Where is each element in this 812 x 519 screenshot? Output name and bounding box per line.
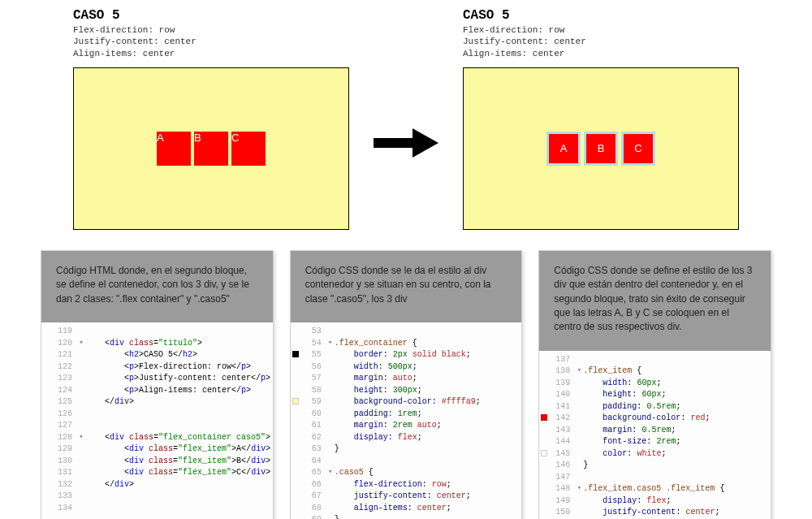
fold-icon[interactable]: ▾ (77, 432, 85, 444)
fold-icon (575, 472, 583, 484)
fold-icon (575, 460, 583, 472)
code-line: 134 (41, 503, 273, 515)
code-line: 60 padding: 1rem; (291, 409, 522, 421)
code-line: 124 <p>Align-items: center</p> (41, 385, 273, 397)
code-body-css2: 137 138▾.flex_item {139 width: 60px;140 … (539, 351, 771, 519)
code-panel-html: Código HTML donde, en el segundo bloque,… (41, 250, 274, 519)
code-line: 119 (41, 326, 273, 338)
caso-line: Flex-direction: row (73, 24, 349, 36)
fold-icon (77, 491, 85, 503)
arrow-icon (374, 78, 438, 159)
fold-icon[interactable]: ▾ (575, 483, 583, 495)
code-line: 147 (539, 472, 771, 484)
caso-title: CASO 5 (463, 8, 739, 23)
flex-item: A (546, 132, 581, 166)
code-line: 145 color: white; (539, 448, 771, 461)
flex-item: A (157, 132, 191, 166)
fold-icon[interactable]: ▾ (575, 365, 583, 378)
code-line: 68 align-items: center; (291, 503, 522, 515)
fold-icon (326, 503, 335, 515)
code-line: 143 margin: 0.5rem; (539, 425, 771, 437)
code-line: 125 </div> (41, 396, 273, 409)
fold-icon (326, 420, 335, 432)
fold-icon (575, 354, 583, 366)
fold-icon (77, 385, 85, 397)
caso-title: CASO 5 (73, 8, 349, 23)
code-line: 149 display: flex; (539, 495, 771, 508)
caso-line: Flex-direction: row (463, 24, 739, 36)
fold-icon[interactable]: ▾ (77, 338, 85, 350)
code-line: 142 background-color: red; (539, 413, 771, 425)
code-line: 131 <div class="flex_item">C</div> (41, 467, 273, 479)
code-body-css1: 53 54▾.flex_container {55 border: 2px so… (291, 322, 522, 519)
caso-line: Justify-content: center (73, 36, 349, 47)
example-left: CASO 5 Flex-direction: row Justify-conte… (73, 8, 349, 230)
code-line: 67 justify-content: center; (291, 491, 522, 503)
gutter-marker-icon (292, 398, 299, 404)
fold-icon[interactable]: ▾ (326, 467, 335, 479)
code-line: 150 justify-content: center; (539, 507, 771, 519)
code-line: 120▾ <div class="titulo"> (41, 338, 273, 350)
panel-description: Código CSS donde se define el estilo de … (539, 251, 771, 351)
fold-icon (77, 349, 85, 361)
example-right: CASO 5 Flex-direction: row Justify-conte… (463, 8, 739, 230)
fold-icon (77, 420, 85, 432)
fold-icon (326, 432, 335, 444)
caso-line: Align-items: center (463, 48, 739, 59)
code-line: 55 border: 2px solid black; (291, 349, 522, 361)
code-line: 141 padding: 0.5rem; (539, 401, 771, 413)
code-line: 69 } (291, 514, 522, 519)
fold-icon (326, 491, 335, 503)
code-panel-css-container: Código CSS donde se le da el estilo al d… (290, 250, 523, 519)
caso-line: Align-items: center (73, 48, 349, 59)
flex-item: C (231, 132, 266, 166)
code-line: 121 <h2>CASO 5</h2> (41, 349, 273, 361)
code-line: 64 (291, 456, 522, 468)
fold-icon[interactable]: ▾ (326, 338, 335, 350)
code-line: 123 <p>Justify-content: center</p> (41, 373, 273, 385)
fold-icon (77, 409, 85, 421)
code-line: 138▾.flex_item { (539, 365, 771, 378)
fold-icon (326, 456, 335, 468)
flex-item: C (621, 132, 655, 166)
gutter-marker-icon (292, 351, 299, 357)
code-line: 139 width: 60px; (539, 378, 771, 390)
code-line: 62 display: flex; (291, 432, 522, 444)
code-line: 137 (539, 354, 771, 366)
fold-icon (326, 349, 335, 361)
gutter-marker-icon (541, 450, 547, 456)
fold-icon (77, 326, 85, 338)
flex-item: B (584, 132, 618, 166)
fold-icon (77, 361, 85, 374)
titulo-right: CASO 5 Flex-direction: row Justify-conte… (463, 8, 739, 59)
fold-icon (575, 425, 583, 437)
caso-line: Justify-content: center (463, 36, 739, 47)
code-line: 58 height: 300px; (291, 385, 522, 397)
fold-icon (326, 409, 335, 421)
code-line: 130 <div class="flex_item">B</div> (41, 456, 273, 468)
fold-icon (575, 389, 583, 401)
code-line: 61 margin: 2rem auto; (291, 420, 522, 432)
fold-icon (77, 443, 85, 456)
code-panels-row: Código HTML donde, en el segundo bloque,… (8, 250, 804, 519)
panel-description: Código CSS donde se le da el estilo al d… (291, 251, 522, 322)
fold-icon (575, 507, 583, 519)
fold-icon (326, 385, 335, 397)
fold-icon (326, 361, 335, 374)
code-line: 129 <div class="flex_item">A</div> (41, 443, 273, 456)
flex-container-left: A B C (73, 67, 349, 230)
fold-icon (326, 479, 335, 491)
titulo-left: CASO 5 Flex-direction: row Justify-conte… (73, 8, 349, 59)
code-line: 148▾.flex_item.caso5 .flex_item { (539, 483, 771, 495)
code-line: 128▾ <div class="flex_container caso5"> (41, 432, 273, 444)
fold-icon (575, 495, 583, 508)
code-line: 133 (41, 491, 273, 503)
fold-icon (575, 413, 583, 425)
fold-icon (77, 373, 85, 385)
code-line: 132 </div> (41, 479, 273, 491)
fold-icon (575, 401, 583, 413)
gutter-marker-icon (541, 414, 547, 421)
code-line: 57 margin: auto; (291, 373, 522, 385)
code-line: 122 <p>Flex-direction: row</p> (41, 361, 273, 374)
fold-icon (77, 456, 85, 468)
